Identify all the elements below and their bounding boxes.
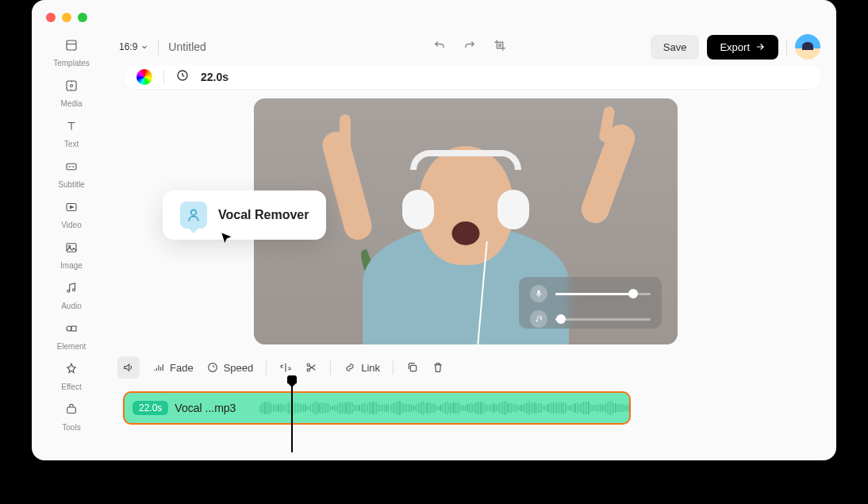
effect-icon	[64, 362, 79, 379]
infobar: 22.0s	[125, 65, 820, 89]
window-controls	[46, 13, 87, 22]
tooltip-label: Vocal Remover	[218, 208, 309, 222]
clip-duration-badge: 22.0s	[133, 401, 168, 415]
svg-point-12	[499, 44, 501, 47]
sidebar-label: Video	[61, 221, 81, 229]
music-mute-icon	[530, 310, 547, 328]
video-icon	[64, 200, 79, 217]
delete-button[interactable]	[432, 361, 444, 374]
export-button[interactable]: Export	[707, 35, 778, 60]
chevron-down-icon	[140, 43, 148, 51]
audio-mixer-panel	[519, 277, 662, 329]
sidebar-label: Element	[57, 342, 86, 351]
svg-point-16	[191, 210, 197, 215]
project-title[interactable]: Untitled	[168, 40, 205, 53]
sidebar-label: Tools	[62, 423, 80, 432]
svg-point-2	[71, 85, 73, 87]
export-label: Export	[720, 41, 750, 53]
svg-rect-3	[67, 164, 76, 170]
svg-rect-0	[67, 40, 76, 50]
vocal-remover-tooltip[interactable]: Vocal Remover	[163, 190, 326, 240]
maximize-window[interactable]	[78, 13, 87, 22]
cut-button[interactable]	[305, 361, 317, 374]
svg-point-15	[536, 321, 538, 322]
microphone-icon	[530, 285, 547, 302]
speed-button[interactable]: Speed	[206, 361, 254, 374]
sidebar-label: Image	[60, 261, 83, 270]
sidebar-item-templates[interactable]: Templates	[53, 38, 90, 67]
redo-button[interactable]	[463, 38, 477, 56]
separator	[266, 360, 267, 375]
duration-value: 22.0s	[201, 71, 229, 83]
person-icon	[180, 202, 207, 229]
svg-point-7	[67, 290, 70, 292]
svg-rect-14	[538, 290, 540, 295]
volume-button[interactable]	[117, 356, 140, 379]
minimize-window[interactable]	[62, 13, 71, 22]
sidebar-label: Effect	[61, 383, 81, 391]
svg-point-8	[72, 289, 75, 291]
crop-button[interactable]	[493, 38, 507, 56]
sidebar-item-image[interactable]: Image	[60, 240, 83, 270]
sidebar-item-effect[interactable]: Effect	[61, 362, 81, 391]
vocal-slider-row	[530, 285, 651, 302]
image-icon	[64, 240, 79, 258]
media-icon	[64, 79, 79, 96]
audio-icon	[64, 281, 79, 298]
playhead[interactable]	[291, 377, 293, 452]
separator	[158, 39, 159, 55]
svg-point-17	[208, 364, 217, 372]
audio-clip[interactable]: 22.0s Vocal ...mp3	[123, 391, 631, 425]
sidebar-item-text[interactable]: Text	[64, 119, 79, 148]
split-button[interactable]	[279, 361, 292, 374]
user-avatar[interactable]	[795, 34, 820, 60]
close-window[interactable]	[46, 13, 56, 22]
separator	[786, 39, 787, 55]
templates-icon	[64, 38, 79, 56]
sidebar-item-media[interactable]: Media	[60, 79, 82, 108]
vocal-volume-slider[interactable]	[555, 293, 651, 295]
clip-filename: Vocal ...mp3	[175, 402, 236, 414]
arrow-right-icon	[755, 41, 766, 52]
speed-label: Speed	[224, 362, 254, 374]
sidebar-item-subtitle[interactable]: Subtitle	[58, 160, 84, 189]
tools-icon	[64, 402, 79, 420]
link-label: Link	[361, 362, 380, 374]
waveform	[259, 393, 629, 423]
sidebar-item-video[interactable]: Video	[61, 200, 81, 229]
svg-rect-1	[67, 81, 76, 90]
sidebar-item-audio[interactable]: Audio	[61, 281, 82, 310]
sidebar-item-tools[interactable]: Tools	[62, 402, 80, 432]
link-button[interactable]: Link	[344, 361, 380, 374]
save-button[interactable]: Save	[651, 35, 700, 60]
sidebar-label: Text	[64, 140, 79, 148]
text-icon	[64, 119, 79, 137]
duration-icon	[175, 68, 190, 86]
topbar: 16:9 Untitled Save Export	[119, 35, 820, 59]
sidebar-label: Subtitle	[58, 180, 84, 189]
undo-button[interactable]	[432, 38, 447, 56]
svg-point-19	[307, 364, 309, 366]
app-window: Templates Media Text Subtitle Video Imag…	[32, 0, 836, 460]
separator	[163, 71, 164, 83]
svg-rect-20	[410, 365, 416, 371]
sidebar-label: Media	[60, 99, 82, 108]
fade-label: Fade	[170, 362, 194, 374]
svg-rect-10	[71, 326, 76, 331]
separator	[393, 360, 394, 375]
sidebar-item-element[interactable]: Element	[57, 321, 86, 351]
top-right-actions: Save Export	[651, 34, 820, 60]
element-icon	[64, 321, 79, 339]
history-controls	[432, 38, 507, 56]
color-picker[interactable]	[136, 69, 152, 85]
copy-button[interactable]	[406, 361, 419, 374]
clip-toolbar: Fade Speed Link	[117, 356, 820, 379]
svg-point-9	[67, 326, 71, 331]
music-volume-slider[interactable]	[555, 318, 651, 321]
cursor-pointer-icon	[218, 230, 236, 251]
ratio-value: 16:9	[119, 41, 137, 52]
fade-button[interactable]: Fade	[152, 361, 194, 374]
music-slider-row	[530, 310, 651, 328]
subtitle-icon	[64, 160, 79, 177]
aspect-ratio-selector[interactable]: 16:9	[119, 41, 148, 52]
